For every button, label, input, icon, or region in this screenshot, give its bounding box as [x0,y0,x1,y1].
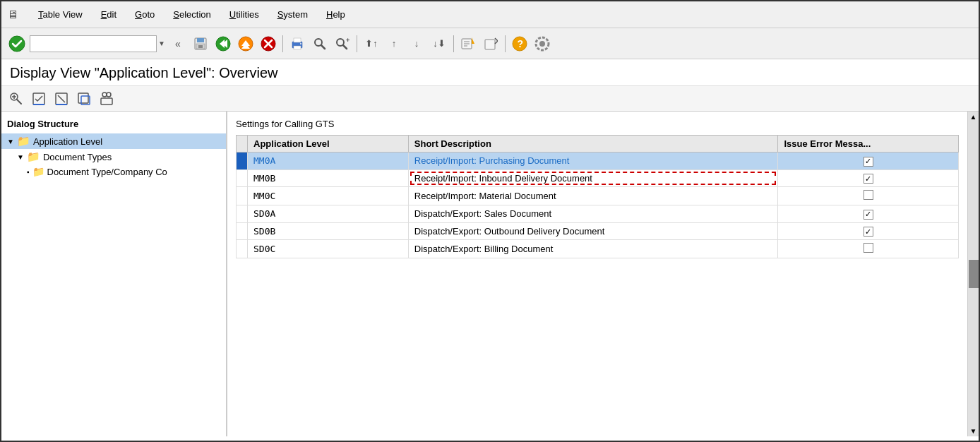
first-record-button[interactable]: ⬆↑ [361,34,381,54]
sub-search-icon [9,92,23,106]
svg-text:?: ? [517,38,523,49]
help-icon: ? [512,36,527,52]
scroll-thumb[interactable] [969,260,979,288]
tree-item-doc-type-company[interactable]: ▪ 📁 Document Type/Company Co [1,165,226,179]
col-app-level-header[interactable]: Application Level [248,136,409,153]
tree-item-document-types[interactable]: ▼ 📁 Document Types [1,149,226,165]
find-more-button[interactable]: + [333,34,352,54]
sub-deselect-button[interactable] [52,90,71,108]
back-start-icon: « [175,38,181,49]
history-button[interactable] [458,34,478,54]
sub-deselect-icon [54,92,68,106]
svg-rect-4 [198,45,203,48]
menu-system[interactable]: System [275,8,311,21]
table-row[interactable]: MM0CReceipt/Import: Material Document [237,187,959,205]
help-button[interactable]: ? [510,34,530,54]
prev-record-button[interactable]: ↑ [384,34,404,54]
sub-toolbar [1,86,979,112]
history-icon [460,36,476,52]
checkbox[interactable]: ✓ [864,157,873,167]
cell-short-desc: Receipt/Import: Material Document [408,187,778,205]
table-row[interactable]: SD0CDispatch/Export: Billing Document [237,240,959,258]
checkbox[interactable] [864,243,873,253]
back-button[interactable] [213,34,233,54]
svg-rect-28 [485,40,495,49]
save-icon [193,37,208,51]
next-record-button[interactable]: ↓ [407,34,426,54]
save-button[interactable] [191,34,210,54]
last-record-icon: ↓⬇ [433,38,446,49]
checkbox[interactable]: ✓ [864,227,873,237]
refresh-button[interactable] [481,34,501,54]
cell-issue-error[interactable]: ✓ [778,205,959,223]
command-field-wrap: ▼ [30,35,165,52]
svg-point-17 [300,43,301,44]
menu-goto[interactable]: Goto [132,8,157,21]
settings-button[interactable] [532,34,552,54]
checkbox[interactable]: ✓ [864,174,873,184]
sub-details-icon [100,92,114,106]
menu-table-view[interactable]: Table View [35,8,85,21]
row-selection-marker [237,169,248,187]
menu-edit[interactable]: Edit [98,8,119,21]
table-row[interactable]: SD0BDispatch/Export: Outbound Delivery D… [237,222,959,240]
cell-issue-error[interactable] [778,240,959,258]
prev-record-icon: ↑ [392,38,397,49]
first-record-icon: ⬆↑ [365,38,378,49]
cell-app-level: SD0A [248,205,409,223]
cell-issue-error[interactable]: ✓ [778,222,959,240]
tree-arrow-doc-types: ▼ [17,153,24,161]
find-button[interactable] [310,34,330,54]
command-field[interactable] [30,35,157,52]
confirm-button[interactable] [7,34,27,54]
tree-label-doc-types: Document Types [43,152,112,162]
last-record-button[interactable]: ↓⬇ [429,34,449,54]
print-icon [290,37,304,51]
sub-search-button[interactable] [7,90,25,108]
checkbox[interactable] [864,190,873,200]
cell-app-level: SD0B [248,222,409,240]
sub-select-all-icon [32,92,46,106]
table-row[interactable]: MM0AReceipt/Import: Purchasing Document✓ [237,153,959,170]
green-check-icon [8,35,25,52]
svg-rect-15 [294,46,301,49]
cell-issue-error[interactable]: ✓ [778,153,959,170]
tree-item-application-level[interactable]: ▼ 📁 Application Level [1,133,226,149]
col-issue-error-header[interactable]: Issue Error Messa... [778,136,959,153]
toolbar: ▼ « [1,28,979,59]
scroll-down-button[interactable]: ▼ [969,426,979,436]
svg-rect-16 [294,38,301,42]
checkbox[interactable]: ✓ [864,210,873,220]
folder-icon-doc-types: 📁 [27,150,40,163]
menu-selection[interactable]: Selection [170,8,213,21]
menu-help[interactable]: Help [323,8,348,21]
scroll-up-button[interactable]: ▲ [969,112,979,122]
tree-bullet-doc-company: ▪ [27,168,30,176]
scrollbar[interactable]: ▲ ▼ [967,112,979,436]
app-icon: 🖥 [7,8,18,21]
sub-details-button[interactable] [97,90,116,108]
table-row[interactable]: SD0ADispatch/Export: Sales Document✓ [237,205,959,223]
col-short-desc-header[interactable]: Short Description [408,136,778,153]
svg-marker-24 [472,37,474,44]
cell-issue-error[interactable] [778,187,959,205]
data-table: Application Level Short Description Issu… [236,135,959,258]
dropdown-arrow-icon[interactable]: ▼ [158,40,165,47]
cell-issue-error[interactable]: ✓ [778,169,959,187]
up-button[interactable] [236,34,256,54]
menu-utilities[interactable]: Utilities [227,8,262,21]
svg-point-44 [102,92,107,97]
cell-app-level: MM0B [248,169,409,187]
row-selection-marker [237,153,248,170]
row-selection-marker [237,187,248,205]
svg-point-31 [539,41,545,47]
sub-select-all-button[interactable] [30,90,48,108]
back-start-button[interactable]: « [168,34,188,54]
dialog-structure-panel: Dialog Structure ▼ 📁 Application Level ▼… [1,112,227,436]
find-more-icon: + [335,37,350,51]
sub-select-block-button[interactable] [75,90,93,108]
svg-line-19 [321,45,325,49]
table-row[interactable]: MM0BReceipt/Import: Inbound Delivery Doc… [237,169,959,187]
print-button[interactable] [287,34,307,54]
close-button[interactable] [258,34,278,54]
